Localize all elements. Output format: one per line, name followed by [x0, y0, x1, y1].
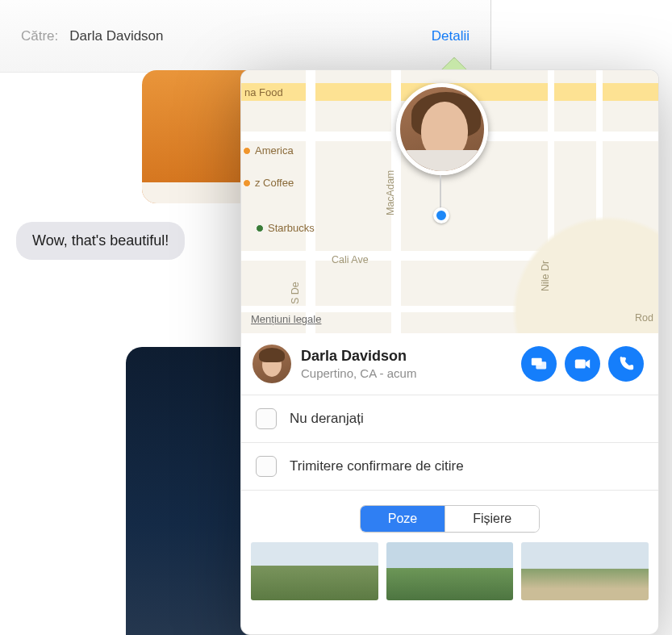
messages-header: Către: Darla Davidson Detalii — [0, 0, 490, 73]
screen-share-icon — [530, 355, 548, 373]
location-map[interactable]: Cali Ave S De MacAdam Nile Dr Rod na Foo… — [241, 70, 658, 333]
read-receipt-row: Trimitere confirmare de citire — [241, 442, 658, 490]
photo-grid — [241, 542, 658, 610]
map-street-label: Nile Dr — [540, 261, 551, 291]
photo-thumbnail[interactable] — [521, 542, 649, 600]
dnd-checkbox[interactable] — [256, 408, 277, 429]
location-dot-icon — [433, 207, 449, 224]
segment-photos[interactable]: Poze — [361, 506, 445, 532]
map-street-label: MacAdam — [385, 170, 396, 215]
photo-thumbnail[interactable] — [251, 542, 378, 600]
segmented-control: Poze Fișiere — [360, 505, 540, 533]
poi-dot-icon — [243, 179, 251, 187]
svg-rect-2 — [575, 360, 586, 369]
dnd-label: Nu deranjați — [290, 411, 364, 427]
details-button[interactable]: Detalii — [432, 28, 470, 44]
do-not-disturb-row: Nu deranjați — [241, 395, 658, 442]
map-poi: z Coffee — [243, 177, 294, 189]
photo-thumbnail[interactable] — [386, 542, 514, 600]
svg-rect-1 — [536, 361, 546, 369]
poi-dot-icon — [243, 147, 251, 155]
attachments-section: Poze Fișiere — [241, 490, 658, 542]
contact-avatar[interactable] — [253, 345, 291, 383]
map-poi: na Food — [244, 86, 283, 98]
map-street-label: S De — [290, 282, 301, 304]
phone-icon — [617, 355, 635, 373]
popover-body: Cali Ave S De MacAdam Nile Dr Rod na Foo… — [240, 69, 659, 635]
read-receipt-label: Trimitere confirmare de citire — [290, 458, 464, 474]
contact-location-avatar[interactable] — [396, 83, 488, 175]
map-legal-link[interactable]: Mențiuni legale — [251, 313, 321, 325]
map-street-label: Rod — [635, 312, 653, 324]
to-label: Către: — [21, 28, 58, 44]
video-call-button[interactable] — [565, 346, 600, 382]
screen-share-button[interactable] — [521, 346, 557, 382]
map-poi: Starbucks — [256, 222, 315, 234]
contact-header-row: Darla Davidson Cupertino, CA - acum — [241, 333, 658, 395]
map-poi: America — [243, 144, 294, 157]
segment-files[interactable]: Fișiere — [445, 506, 539, 532]
contact-name: Darla Davidson — [301, 348, 511, 365]
contact-location-text: Cupertino, CA - acum — [301, 366, 511, 380]
read-receipt-checkbox[interactable] — [256, 456, 277, 477]
to-recipient-name[interactable]: Darla Davidson — [69, 28, 163, 44]
audio-call-button[interactable] — [608, 346, 644, 382]
map-street-label: Cali Ave — [332, 254, 369, 265]
details-popover: Cali Ave S De MacAdam Nile Dr Rod na Foo… — [240, 69, 659, 635]
incoming-message-bubble[interactable]: Wow, that's beautiful! — [16, 222, 185, 260]
video-icon — [574, 355, 591, 373]
poi-dot-icon — [256, 224, 264, 232]
